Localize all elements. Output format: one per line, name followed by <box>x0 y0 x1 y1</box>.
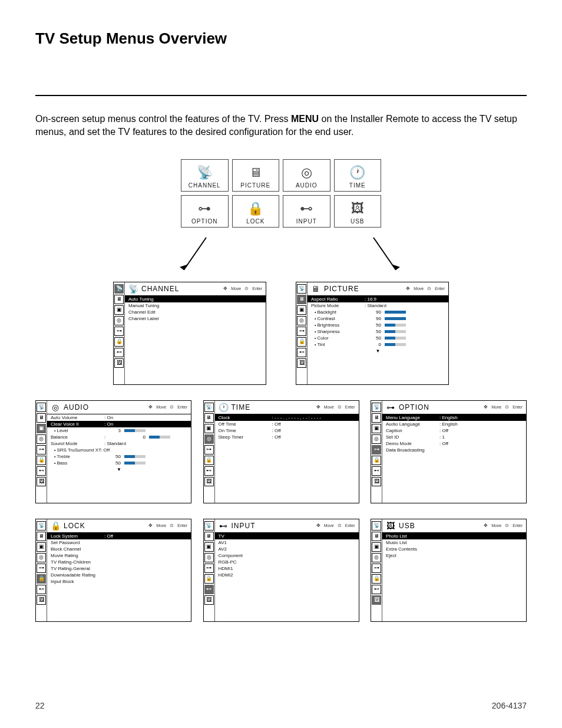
strip-icon[interactable]: ◎ <box>372 434 381 444</box>
panel-row[interactable]: TV <box>215 533 359 539</box>
strip-icon[interactable]: ◎ <box>297 316 306 325</box>
panel-row[interactable]: Level3 <box>47 427 191 434</box>
chevron-down-icon[interactable]: ▼ <box>308 348 448 354</box>
panel-row[interactable]: AV2 <box>215 546 359 552</box>
panel-row[interactable]: Photo List <box>382 533 526 539</box>
strip-icon[interactable]: 🖥 <box>204 532 214 541</box>
strip-icon[interactable]: 🖥 <box>372 413 381 423</box>
strip-icon[interactable]: 🔒 <box>297 337 306 347</box>
strip-icon[interactable]: 📡 <box>372 521 381 531</box>
panel-row[interactable]: Set ID: 1 <box>382 434 526 440</box>
strip-icon[interactable]: 🖼 <box>297 358 306 368</box>
panel-row[interactable]: TV Rating-General <box>47 565 191 572</box>
panel-row[interactable]: Data Broadcasting <box>382 447 526 453</box>
strip-icon[interactable]: ⊶ <box>204 564 214 573</box>
panel-row[interactable]: Contrast90 <box>308 315 448 322</box>
strip-icon[interactable]: 🖥 <box>372 532 381 541</box>
strip-icon[interactable]: 🔒 <box>204 456 214 465</box>
strip-icon[interactable]: ⊶ <box>37 445 46 454</box>
menu-cell-channel[interactable]: 📡CHANNEL <box>181 159 229 192</box>
strip-icon[interactable]: ⊷ <box>204 585 214 594</box>
panel-row[interactable]: Set Password <box>47 539 191 546</box>
menu-cell-time[interactable]: 🕐TIME <box>334 159 382 192</box>
panel-row[interactable]: Component <box>215 552 359 559</box>
panel-row[interactable]: Eject <box>382 552 526 559</box>
strip-icon[interactable]: 📡 <box>372 403 381 412</box>
menu-cell-usb[interactable]: 🖼USB <box>334 195 382 228</box>
strip-icon[interactable]: 📡 <box>204 403 214 412</box>
strip-icon[interactable]: ⊶ <box>37 564 46 573</box>
strip-icon[interactable]: 🔒 <box>114 337 124 347</box>
panel-row[interactable]: AV1 <box>215 539 359 546</box>
panel-row[interactable]: Sleep Timer: Off <box>215 434 359 440</box>
strip-icon[interactable]: ▣ <box>37 542 46 552</box>
panel-row[interactable]: Demo Mode: Off <box>382 440 526 447</box>
strip-icon[interactable]: 🖼 <box>372 477 381 486</box>
panel-row[interactable]: HDMI1 <box>215 565 359 572</box>
strip-icon[interactable]: 🔒 <box>372 456 381 465</box>
strip-icon[interactable]: ▣ <box>204 424 214 433</box>
panel-row[interactable]: Music List <box>382 539 526 546</box>
strip-icon[interactable]: ⊶ <box>297 327 306 336</box>
strip-icon[interactable]: ◎ <box>114 316 124 325</box>
chevron-down-icon[interactable]: ▼ <box>47 466 191 472</box>
panel-row[interactable]: Auto Tuning <box>125 296 266 302</box>
strip-icon[interactable]: 🖥 <box>297 295 306 304</box>
strip-icon[interactable]: 📡 <box>204 521 214 531</box>
panel-row[interactable]: Input Block <box>47 578 191 585</box>
strip-icon[interactable]: ▣ <box>37 424 46 433</box>
strip-icon[interactable]: 🖥 <box>37 413 46 423</box>
panel-row[interactable]: Movie Rating <box>47 552 191 559</box>
menu-cell-option[interactable]: ⊶OPTION <box>181 195 229 228</box>
strip-icon[interactable]: 📡 <box>37 403 46 412</box>
panel-row[interactable]: Tint0 <box>308 341 448 348</box>
panel-row[interactable]: On Time: Off <box>215 427 359 434</box>
panel-row[interactable]: Caption: Off <box>382 427 526 434</box>
panel-row[interactable]: Clear Voice II: On <box>47 421 191 427</box>
panel-row[interactable]: Menu Language: English <box>382 414 526 421</box>
strip-icon[interactable]: ⊷ <box>297 348 306 357</box>
strip-icon[interactable]: 🖥 <box>114 295 124 304</box>
strip-icon[interactable]: ◎ <box>372 553 381 562</box>
strip-icon[interactable]: 🖼 <box>204 595 214 605</box>
strip-icon[interactable]: 🔒 <box>204 574 214 584</box>
strip-icon[interactable]: 🖼 <box>37 477 46 486</box>
strip-icon[interactable]: ▣ <box>114 305 124 315</box>
panel-row[interactable]: Off Time: Off <box>215 421 359 427</box>
panel-row[interactable]: SRS TruSurround XT: Off <box>47 447 191 453</box>
strip-icon[interactable]: ⊶ <box>204 445 214 454</box>
strip-icon[interactable]: 🖼 <box>204 477 214 486</box>
panel-row[interactable]: Balance:0 <box>47 434 191 440</box>
menu-cell-audio[interactable]: ◎AUDIO <box>283 159 330 192</box>
strip-icon[interactable]: 📡 <box>37 521 46 531</box>
strip-icon[interactable]: ▣ <box>204 542 214 552</box>
panel-row[interactable]: Audio Language: English <box>382 421 526 427</box>
panel-row[interactable]: Downloadable Rating <box>47 572 191 578</box>
panel-row[interactable]: Treble50 <box>47 453 191 460</box>
panel-row[interactable]: RGB-PC <box>215 559 359 565</box>
strip-icon[interactable]: ⊷ <box>114 348 124 357</box>
strip-icon[interactable]: 🖥 <box>204 413 214 423</box>
strip-icon[interactable]: ⊶ <box>372 445 381 454</box>
strip-icon[interactable]: ⊶ <box>114 327 124 336</box>
panel-row[interactable]: Sound Mode: Standard <box>47 440 191 447</box>
strip-icon[interactable]: ◎ <box>37 553 46 562</box>
strip-icon[interactable]: ▣ <box>372 542 381 552</box>
panel-row[interactable]: Clock: - - - . , - - - - , - - : - - - - <box>215 414 359 421</box>
strip-icon[interactable]: 🔒 <box>37 456 46 465</box>
panel-row[interactable]: Aspect Ratio: 16:9 <box>308 296 448 302</box>
panel-row[interactable]: Lock System: Off <box>47 533 191 539</box>
strip-icon[interactable]: ◎ <box>204 434 214 444</box>
panel-row[interactable]: HDMI2 <box>215 572 359 578</box>
strip-icon[interactable]: ⊷ <box>204 466 214 476</box>
panel-row[interactable]: Manual Tuning <box>125 302 266 309</box>
panel-row[interactable]: Channel Label <box>125 315 266 322</box>
strip-icon[interactable]: ⊶ <box>372 564 381 573</box>
strip-icon[interactable]: ◎ <box>37 434 46 444</box>
strip-icon[interactable]: ▣ <box>372 424 381 433</box>
strip-icon[interactable]: 🖥 <box>37 532 46 541</box>
strip-icon[interactable]: ⊷ <box>37 585 46 594</box>
strip-icon[interactable]: 🖼 <box>114 358 124 368</box>
strip-icon[interactable]: 📡 <box>297 284 306 294</box>
panel-row[interactable]: Brightness50 <box>308 322 448 328</box>
